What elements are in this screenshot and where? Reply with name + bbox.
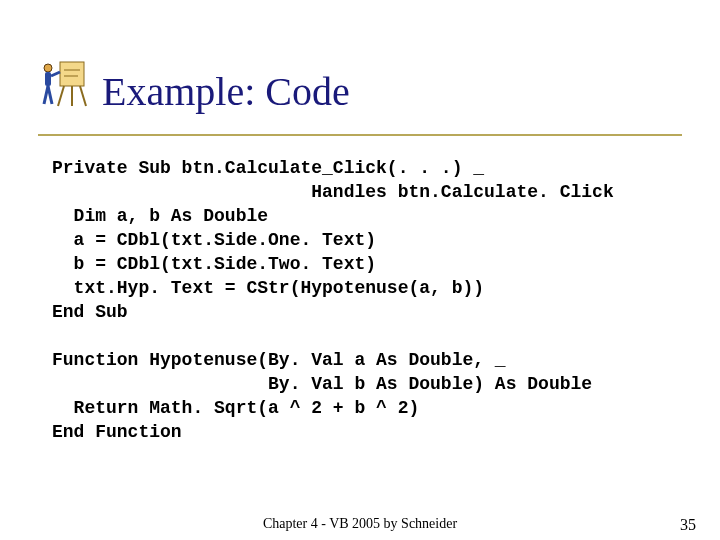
slide-title: Example: Code — [102, 68, 350, 115]
page-number: 35 — [680, 516, 696, 534]
footer-text: Chapter 4 - VB 2005 by Schneider — [0, 516, 720, 532]
code-block: Private Sub btn.Calculate_Click(. . .) _… — [52, 156, 614, 444]
figure-easel-icon — [40, 56, 88, 108]
svg-point-7 — [44, 64, 52, 72]
svg-line-10 — [48, 86, 52, 104]
svg-line-4 — [58, 86, 64, 106]
svg-line-5 — [80, 86, 86, 106]
title-underline — [38, 134, 682, 136]
slide: Example: Code Private Sub btn.Calculate_… — [0, 0, 720, 540]
svg-rect-8 — [45, 72, 51, 86]
svg-rect-1 — [60, 62, 84, 86]
svg-line-11 — [51, 72, 60, 76]
